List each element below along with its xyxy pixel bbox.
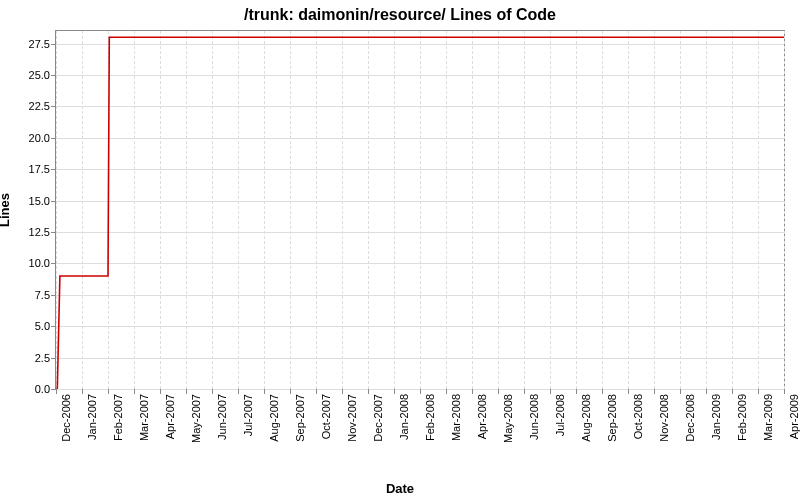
y-tick-label: 25.0 [10,69,50,81]
x-tick-label: Apr-2007 [164,394,176,439]
x-tick-label: May-2008 [502,394,514,443]
x-tick-label: Oct-2008 [632,394,644,439]
y-tick-label: 7.5 [10,289,50,301]
x-tick-label: Apr-2009 [788,394,800,439]
x-tick-label: Oct-2007 [320,394,332,439]
x-tick-label: Jun-2007 [216,394,228,440]
x-tick-label: Jun-2008 [528,394,540,440]
y-tick-label: 0.0 [10,383,50,395]
x-tick-label: Apr-2008 [476,394,488,439]
x-tick-label: Nov-2008 [658,394,670,442]
x-tick-label: Feb-2009 [736,394,748,441]
x-tick-label: Sep-2007 [294,394,306,442]
x-tick-label: Sep-2008 [606,394,618,442]
x-tick-label: Jul-2008 [554,394,566,436]
plot-area [55,30,785,390]
x-tick-label: May-2007 [190,394,202,443]
x-axis-label: Date [0,481,800,496]
y-tick-label: 22.5 [10,100,50,112]
chart-title: /trunk: daimonin/resource/ Lines of Code [0,6,800,24]
x-tick-label: Jan-2007 [86,394,98,440]
x-tick-label: Jan-2009 [710,394,722,440]
x-tick-label: Jan-2008 [398,394,410,440]
y-tick-label: 2.5 [10,352,50,364]
x-tick-label: Mar-2008 [450,394,462,441]
x-tick-label: Nov-2007 [346,394,358,442]
x-tick-label: Dec-2007 [372,394,384,442]
y-tick-label: 5.0 [10,320,50,332]
y-tick-label: 27.5 [10,38,50,50]
y-tick-label: 20.0 [10,132,50,144]
x-tick-label: Feb-2007 [112,394,124,441]
x-tick-label: Aug-2008 [580,394,592,442]
x-tick-label: Aug-2007 [268,394,280,442]
x-tick-label: Mar-2007 [138,394,150,441]
series-line [57,37,784,389]
x-tick-label: Dec-2006 [60,394,72,442]
y-tick-label: 17.5 [10,163,50,175]
x-tick-label: Jul-2007 [242,394,254,436]
y-tick-label: 15.0 [10,195,50,207]
y-tick-label: 12.5 [10,226,50,238]
x-tick-label: Feb-2008 [424,394,436,441]
data-series [56,31,784,389]
grid-line-v [784,31,785,389]
x-tick-label: Mar-2009 [762,394,774,441]
x-tick-label: Dec-2008 [684,394,696,442]
loc-chart: /trunk: daimonin/resource/ Lines of Code… [0,0,800,500]
y-tick-label: 10.0 [10,257,50,269]
